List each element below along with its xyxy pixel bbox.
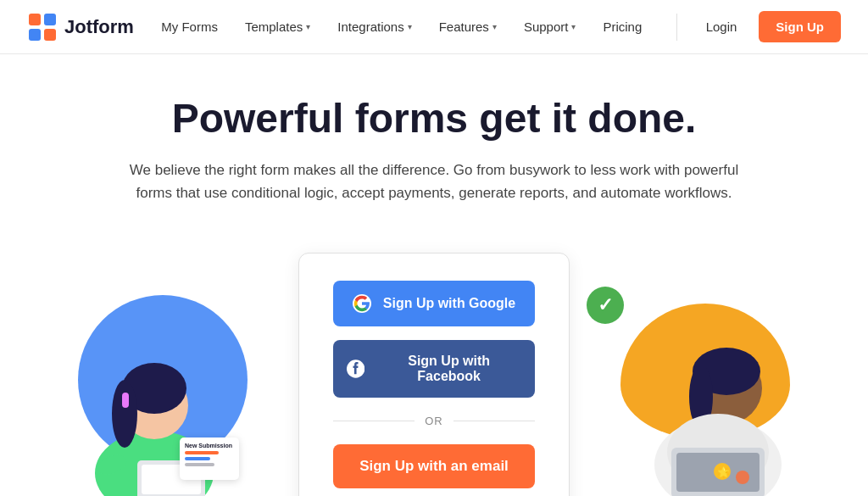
svg-rect-1	[44, 14, 56, 25]
chevron-down-icon: ▾	[571, 22, 576, 31]
nav-pricing[interactable]: Pricing	[591, 13, 654, 41]
right-illustration: ✓ 🌟	[570, 270, 807, 496]
facebook-icon	[347, 359, 364, 378]
signup-facebook-label: Sign Up with Facebook	[376, 354, 521, 384]
svg-text:🌟: 🌟	[717, 465, 730, 478]
navbar: Jotform My Forms Templates ▾ Integration…	[0, 0, 868, 54]
svg-rect-14	[185, 451, 219, 454]
signup-google-button[interactable]: Sign Up with Google	[333, 281, 535, 326]
svg-text:New Submission: New Submission	[185, 443, 232, 449]
svg-rect-15	[185, 457, 210, 460]
hero-subtext: We believe the right form makes all the …	[112, 159, 756, 204]
chevron-down-icon: ▾	[306, 22, 310, 31]
nav-my-forms[interactable]: My Forms	[149, 13, 230, 41]
svg-rect-0	[29, 14, 41, 25]
svg-rect-3	[44, 29, 56, 41]
or-text: OR	[425, 415, 443, 427]
or-divider: OR	[333, 415, 535, 427]
signup-card: Sign Up with Google Sign Up with Faceboo…	[298, 253, 570, 496]
logo[interactable]: Jotform	[27, 12, 134, 42]
hero-section: Powerful forms get it done. We believe t…	[0, 54, 868, 253]
signup-email-button[interactable]: Sign Up with an email	[333, 444, 535, 488]
logo-text: Jotform	[64, 16, 134, 38]
chevron-down-icon: ▾	[408, 22, 412, 31]
nav-features[interactable]: Features ▾	[427, 13, 509, 41]
google-icon	[353, 294, 371, 313]
login-button[interactable]: Login	[691, 13, 753, 41]
svg-rect-8	[122, 393, 129, 408]
left-illustration: New Submission	[61, 270, 298, 496]
svg-point-28	[736, 471, 749, 484]
nav-templates[interactable]: Templates ▾	[233, 13, 322, 41]
svg-rect-16	[185, 463, 214, 466]
signup-facebook-button[interactable]: Sign Up with Facebook	[333, 340, 535, 398]
chevron-down-icon: ▾	[492, 22, 497, 31]
svg-rect-2	[29, 29, 41, 41]
hero-heading: Powerful forms get it done.	[27, 95, 841, 142]
nav-divider	[676, 14, 677, 41]
nav-support[interactable]: Support ▾	[512, 13, 588, 41]
signup-email-label: Sign Up with an email	[359, 458, 509, 475]
nav-right: Login Sign Up	[670, 11, 841, 42]
nav-integrations[interactable]: Integrations ▾	[326, 13, 423, 41]
content-area: New Submission Sign Up with Google	[0, 253, 868, 496]
nav-links: My Forms Templates ▾ Integrations ▾ Feat…	[149, 13, 654, 41]
signup-google-label: Sign Up with Google	[383, 296, 515, 311]
left-person-svg: New Submission	[70, 304, 256, 496]
svg-point-7	[112, 380, 137, 448]
right-person-svg: 🌟	[570, 270, 807, 496]
logo-icon	[27, 12, 58, 42]
signup-button[interactable]: Sign Up	[759, 11, 841, 42]
